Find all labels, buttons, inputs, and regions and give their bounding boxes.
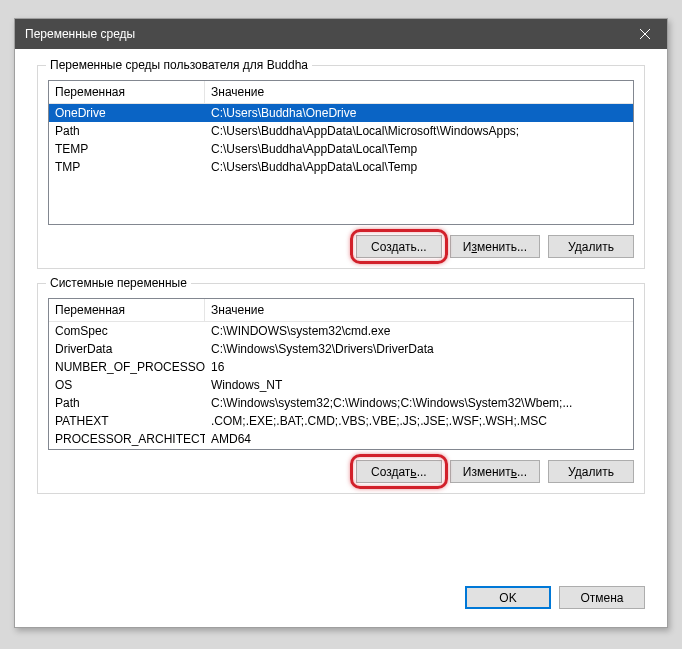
system-edit-button[interactable]: Изменить... [450, 460, 540, 483]
close-icon [640, 29, 650, 39]
var-name-cell: OS [49, 376, 205, 394]
user-vars-buttons: Создать... Изменить... Удалить [48, 235, 634, 258]
system-create-button[interactable]: Создать... [356, 460, 442, 483]
var-name-cell: TEMP [49, 140, 205, 158]
window-title: Переменные среды [25, 27, 135, 41]
button-label: OK [499, 591, 516, 605]
system-vars-buttons: Создать... Изменить... Удалить [48, 460, 634, 483]
user-vars-group: Переменные среды пользователя для Buddha… [37, 65, 645, 269]
system-vars-group: Системные переменные Переменная Значение… [37, 283, 645, 494]
highlight-annotation: Создать... [356, 460, 442, 483]
system-vars-list[interactable]: Переменная Значение ComSpecC:\WINDOWS\sy… [48, 298, 634, 450]
system-delete-button[interactable]: Удалить [548, 460, 634, 483]
table-row[interactable]: ComSpecC:\WINDOWS\system32\cmd.exe [49, 322, 633, 340]
titlebar: Переменные среды [15, 19, 667, 49]
column-header-value[interactable]: Значение [205, 81, 633, 103]
var-value-cell: 16 [205, 358, 633, 376]
var-name-cell: OneDrive [49, 104, 205, 122]
var-value-cell: Windows_NT [205, 376, 633, 394]
system-vars-group-label: Системные переменные [46, 276, 191, 290]
var-value-cell: .COM;.EXE;.BAT;.CMD;.VBS;.VBE;.JS;.JSE;.… [205, 412, 633, 430]
var-value-cell: C:\Windows\System32\Drivers\DriverData [205, 340, 633, 358]
button-label: Изменить... [463, 240, 527, 254]
var-value-cell: C:\Users\Buddha\AppData\Local\Microsoft\… [205, 122, 633, 140]
table-row[interactable]: OSWindows_NT [49, 376, 633, 394]
button-label: Отмена [580, 591, 623, 605]
button-label: Удалить [568, 465, 614, 479]
var-value-cell: C:\Users\Buddha\AppData\Local\Temp [205, 158, 633, 176]
user-vars-list[interactable]: Переменная Значение OneDriveC:\Users\Bud… [48, 80, 634, 225]
column-header-name[interactable]: Переменная [49, 81, 205, 103]
column-header-value[interactable]: Значение [205, 299, 633, 321]
dialog-buttons: OK Отмена [37, 582, 645, 609]
table-row[interactable]: PATHEXT.COM;.EXE;.BAT;.CMD;.VBS;.VBE;.JS… [49, 412, 633, 430]
screenshot-frame: Переменные среды Переменные среды пользо… [0, 0, 682, 649]
var-value-cell: C:\Users\Buddha\OneDrive [205, 104, 633, 122]
table-row[interactable]: DriverDataC:\Windows\System32\Drivers\Dr… [49, 340, 633, 358]
user-vars-group-label: Переменные среды пользователя для Buddha [46, 58, 312, 72]
table-row[interactable]: TMPC:\Users\Buddha\AppData\Local\Temp [49, 158, 633, 176]
var-name-cell: DriverData [49, 340, 205, 358]
client-area: Переменные среды пользователя для Buddha… [15, 49, 667, 627]
table-row[interactable]: PathC:\Users\Buddha\AppData\Local\Micros… [49, 122, 633, 140]
button-label: Удалить [568, 240, 614, 254]
env-vars-window: Переменные среды Переменные среды пользо… [14, 18, 668, 628]
var-name-cell: Path [49, 394, 205, 412]
button-label: Создать... [371, 465, 427, 479]
user-vars-header[interactable]: Переменная Значение [49, 81, 633, 104]
table-row[interactable]: NUMBER_OF_PROCESSORS16 [49, 358, 633, 376]
ok-button[interactable]: OK [465, 586, 551, 609]
button-label: Создать... [371, 240, 427, 254]
var-value-cell: C:\WINDOWS\system32\cmd.exe [205, 322, 633, 340]
table-row[interactable]: PROCESSOR_ARCHITECTUREAMD64 [49, 430, 633, 448]
user-delete-button[interactable]: Удалить [548, 235, 634, 258]
cancel-button[interactable]: Отмена [559, 586, 645, 609]
var-name-cell: PATHEXT [49, 412, 205, 430]
system-vars-header[interactable]: Переменная Значение [49, 299, 633, 322]
close-button[interactable] [623, 19, 667, 49]
column-header-name[interactable]: Переменная [49, 299, 205, 321]
var-name-cell: ComSpec [49, 322, 205, 340]
var-value-cell: C:\Users\Buddha\AppData\Local\Temp [205, 140, 633, 158]
user-create-button[interactable]: Создать... [356, 235, 442, 258]
user-edit-button[interactable]: Изменить... [450, 235, 540, 258]
var-name-cell: Path [49, 122, 205, 140]
var-name-cell: PROCESSOR_ARCHITECTURE [49, 430, 205, 448]
highlight-annotation: Создать... [356, 235, 442, 258]
var-value-cell: C:\Windows\system32;C:\Windows;C:\Window… [205, 394, 633, 412]
table-row[interactable]: OneDriveC:\Users\Buddha\OneDrive [49, 104, 633, 122]
table-row[interactable]: PathC:\Windows\system32;C:\Windows;C:\Wi… [49, 394, 633, 412]
var-name-cell: TMP [49, 158, 205, 176]
var-name-cell: NUMBER_OF_PROCESSORS [49, 358, 205, 376]
button-label: Изменить... [463, 465, 527, 479]
table-row[interactable]: TEMPC:\Users\Buddha\AppData\Local\Temp [49, 140, 633, 158]
var-value-cell: AMD64 [205, 430, 633, 448]
